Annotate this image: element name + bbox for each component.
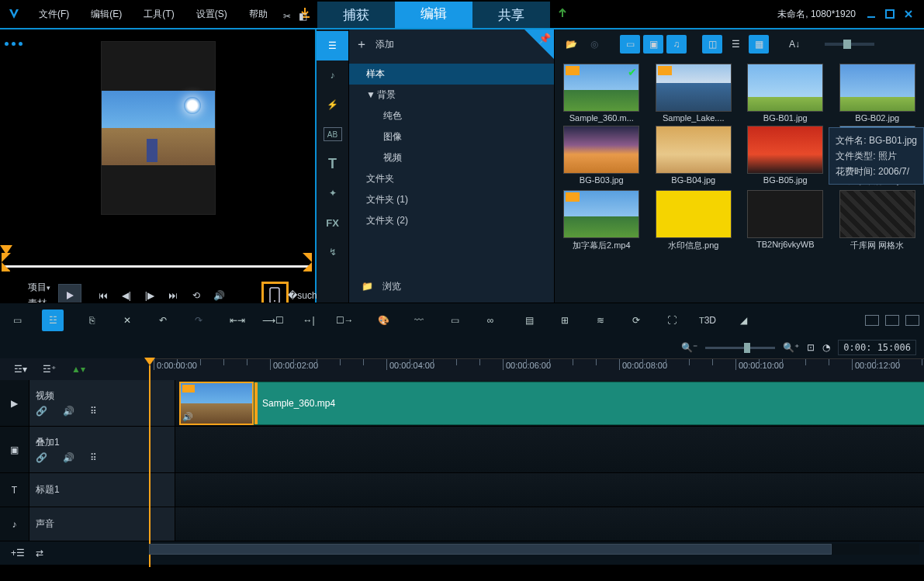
thumbnail-item[interactable]: TB2Nrj6vkyWB [742,190,829,251]
crop-icon[interactable]: ⛶ [661,310,683,331]
tree-item[interactable]: 图像 [349,126,554,147]
link-icon[interactable]: ∞ [479,310,501,331]
fx-tab-icon[interactable]: FX [317,208,348,237]
zoom-in-icon[interactable]: 🔍⁺ [783,342,799,353]
menu-edit[interactable]: 编辑(E) [80,0,133,29]
horizontal-scrollbar[interactable] [149,544,919,555]
storyboard-view-icon[interactable]: ▭ [6,310,28,331]
close-button[interactable] [899,5,918,23]
thumbnail-item[interactable]: BG-B05.jpg [742,126,829,187]
maximize-button[interactable] [881,5,899,23]
3d-text-icon[interactable]: T3D [697,310,718,331]
mode-project[interactable]: 项目▾ [28,279,58,296]
stretch-icon[interactable]: ↔| [298,310,320,331]
path-tab-icon[interactable]: ↯ [317,237,348,267]
pin-icon[interactable] [524,29,554,59]
timeline-view-icon[interactable]: ☳ [42,310,64,331]
track-body[interactable] [175,473,924,507]
color-icon[interactable]: 🎨 [372,310,394,331]
zoom-slider[interactable] [705,347,775,349]
motion-icon[interactable]: 〰 [408,310,430,331]
transition-tab-icon[interactable]: ⚡ [317,90,348,119]
add-track-icon[interactable]: +☰ [11,548,25,559]
filter-audio-icon[interactable]: ♫ [666,35,687,54]
menu-tools[interactable]: 工具(T) [133,0,185,29]
thumbnail-item[interactable]: Sample_Lake.... [650,64,738,123]
duration-icon[interactable]: ◔ [822,342,830,353]
redo-icon[interactable]: ↷ [188,310,209,331]
view-thumb-icon[interactable]: ◫ [702,35,722,54]
scroll-mode-icon[interactable]: ⇄ [36,548,43,559]
audio-tab-icon[interactable]: ♪ [317,61,348,90]
import-folder-icon[interactable]: 📂 [561,35,581,54]
track-body[interactable] [175,427,924,472]
pane-grip-icon[interactable] [5,42,22,46]
tree-item[interactable]: 文件夹 (1) [349,189,554,210]
view-list-icon[interactable]: ☰ [725,35,746,54]
thumbnail-item[interactable]: BG-B04.jpg [650,126,738,187]
thumbnail-item[interactable]: ✔Sample_360.m... [558,64,645,123]
minimize-button[interactable] [862,5,881,23]
scissors-icon[interactable]: ✂ [283,11,291,22]
slip-icon[interactable]: ☐→ [334,310,355,331]
track-type-icon[interactable]: T [0,473,29,507]
tab-edit[interactable]: 编辑 [395,2,472,28]
track-type-icon[interactable]: ▶ [0,380,29,426]
text-tab-icon[interactable]: T [317,149,348,178]
track-body[interactable]: 🔊Sample_360.mp4 [175,380,924,426]
tree-item[interactable]: 文件夹 [349,168,554,189]
tree-item[interactable]: 纯色 [349,105,554,126]
layout-1[interactable] [865,315,879,326]
zoom-out-icon[interactable]: 🔍⁻ [681,342,697,353]
chapter-icon[interactable]: ▤ [518,310,540,331]
menu-help[interactable]: 帮助 [238,0,279,29]
trim-bar[interactable] [3,245,310,276]
timeline-clip[interactable]: 🔊Sample_360.mp4 [179,382,924,425]
link-icon[interactable]: 🔗 [36,452,47,463]
thumb-size-slider[interactable] [825,43,874,46]
tree-item[interactable]: 样本 [349,64,554,85]
fit-start-icon[interactable]: ⇤⇥ [227,310,248,331]
sort-icon[interactable]: A↓ [784,35,805,54]
upload-icon[interactable] [550,0,575,25]
capture-icon[interactable]: ◎ [584,35,604,54]
thumbnail-item[interactable]: BG-B03.jpg [558,126,645,187]
track-add-icon[interactable]: ☲⁺ [38,362,61,376]
track-collapse-icon[interactable]: ☲▾ [9,362,32,376]
thumbnail-item[interactable]: BG-B01.jpg [742,64,829,123]
tree-item[interactable]: 文件夹 (2) [349,210,554,231]
filter-photo-icon[interactable]: ▣ [643,35,663,54]
layout-2[interactable] [885,315,899,326]
menu-file[interactable]: 文件(F) [28,0,80,29]
speed-icon[interactable]: ≋ [590,310,611,331]
fit-clip-icon[interactable]: ⟶☐ [262,310,284,331]
thumbnail-item[interactable]: 千库网 网格水 [834,190,922,251]
project-duration[interactable]: 0:00: 15:006 [838,340,916,355]
title-tab-icon[interactable]: AB [324,127,342,141]
thumbnail-item[interactable]: BG-B02.jpg [834,64,922,123]
fx-icon[interactable]: ⠿ [90,452,97,463]
time-ruler[interactable]: 0:00:00:0000:00:02:0000:00:04:0000:00:06… [146,358,924,380]
grid-icon[interactable]: ⊞ [554,310,576,331]
thumbnail-item[interactable]: 水印信息.png [650,190,738,251]
mute-icon[interactable]: 🔊 [63,406,74,417]
track-type-icon[interactable]: ♪ [0,507,29,541]
tree-item[interactable]: 视频 [349,147,554,168]
fit-project-icon[interactable]: ⊡ [807,342,815,353]
tree-item[interactable]: ▼背景 [349,85,554,105]
split-icon[interactable]: ◧ [299,11,307,22]
tab-share[interactable]: 共享 [472,2,550,28]
thumbnail-item[interactable]: 加字幕后2.mp4 [558,190,645,251]
layout-3[interactable] [905,315,919,326]
view-grid-icon[interactable]: ▦ [749,35,769,54]
filter-video-icon[interactable]: ▭ [620,35,640,54]
graphic-tab-icon[interactable]: ✦ [317,178,348,208]
track-type-icon[interactable]: ▣ [0,427,29,472]
tools-icon[interactable]: ✕ [116,310,138,331]
add-media-button[interactable]: ＋ 添加 [349,29,554,59]
mute-icon[interactable]: 🔊 [63,452,74,463]
menu-settings[interactable]: 设置(S) [185,0,238,29]
tab-capture[interactable]: 捕获 [317,2,395,28]
aspect-icon[interactable]: ▭ [444,310,465,331]
fx-icon[interactable]: ⠿ [90,406,97,417]
